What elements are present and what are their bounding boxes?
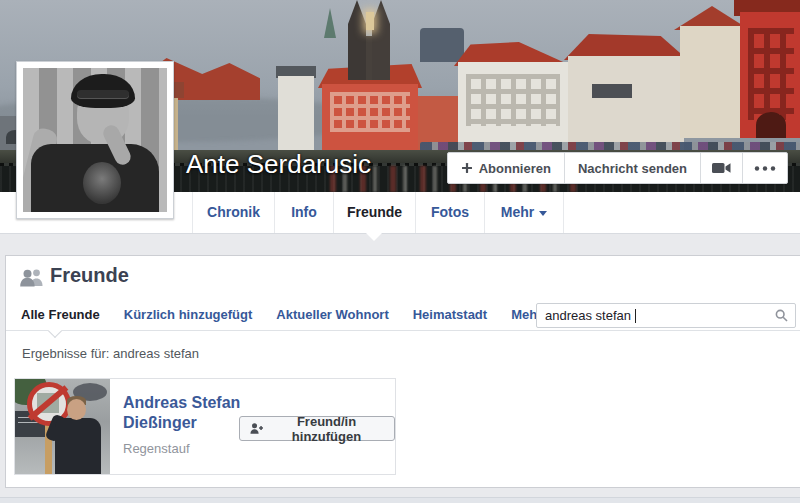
chevron-down-icon: [539, 211, 547, 216]
follow-button-label: Abonnieren: [479, 161, 551, 176]
profile-photo[interactable]: [16, 61, 174, 219]
add-friend-button-label: Freund/in hinzufügen: [269, 414, 384, 444]
follow-button[interactable]: Abonnieren: [448, 153, 564, 183]
friends-section: Freunde Alle Freunde Kürzlich hinzugefüg…: [5, 255, 800, 488]
page-footer-band: [0, 497, 800, 503]
tab-fotos[interactable]: Fotos: [415, 192, 484, 233]
two-people-icon: [19, 267, 45, 287]
message-button[interactable]: Nachricht senden: [564, 153, 700, 183]
message-button-label: Nachricht senden: [578, 161, 687, 176]
active-tab-indicator: [366, 233, 382, 241]
person-plus-icon: [250, 422, 263, 435]
friend-photo[interactable]: [15, 379, 110, 474]
filter-recently-added[interactable]: Kürzlich hinzugefügt: [124, 307, 253, 322]
text-cursor: [635, 309, 636, 323]
tab-chronik[interactable]: Chronik: [192, 192, 274, 233]
friends-filter-row: Alle Freunde Kürzlich hinzugefügt Aktuel…: [6, 297, 800, 331]
filter-hometown[interactable]: Heimatstadt: [413, 307, 487, 322]
profile-action-bar: Abonnieren Nachricht senden: [447, 152, 788, 184]
filter-all-friends[interactable]: Alle Freunde: [21, 307, 100, 322]
tab-mehr[interactable]: Mehr: [484, 192, 564, 233]
video-call-button[interactable]: [700, 153, 742, 183]
friends-section-title: Freunde: [50, 264, 129, 287]
ellipsis-icon: [754, 166, 776, 171]
profile-page: Ante Serdarusic Abonnieren Nachricht sen…: [0, 0, 800, 503]
friends-search-input[interactable]: andreas stefan: [536, 303, 796, 328]
plus-icon: [461, 162, 473, 174]
magnifier-icon: [775, 309, 788, 322]
friend-name-link[interactable]: Andreas Stefan Dießinger: [123, 393, 249, 433]
profile-photo-art: [23, 68, 167, 212]
results-label: Ergebnisse für: andreas stefan: [22, 346, 199, 361]
friend-result-card: Andreas Stefan Dießinger Regenstauf Freu…: [14, 378, 396, 475]
tab-info[interactable]: Info: [274, 192, 333, 233]
friend-location: Regenstauf: [123, 441, 190, 456]
tab-freunde[interactable]: Freunde: [333, 192, 415, 233]
tab-mehr-label: Mehr: [501, 204, 534, 220]
video-camera-icon: [712, 162, 731, 174]
filter-current-city[interactable]: Aktueller Wohnort: [276, 307, 388, 322]
add-friend-button[interactable]: Freund/in hinzufügen: [239, 416, 395, 441]
profile-name: Ante Serdarusic: [186, 149, 371, 180]
more-options-button[interactable]: [742, 153, 787, 183]
friends-search-value: andreas stefan: [545, 308, 631, 323]
